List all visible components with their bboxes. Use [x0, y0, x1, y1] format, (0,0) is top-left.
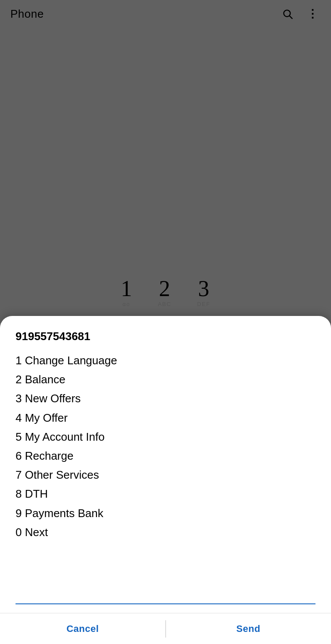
menu-item: 8 DTH [16, 484, 315, 503]
menu-item: 4 My Offer [16, 408, 315, 427]
dialpad-key-1[interactable]: 1 αo [121, 278, 132, 307]
dialpad-letters-2: ABC [158, 301, 171, 307]
app-title: Phone [10, 7, 44, 21]
dtmf-input[interactable] [16, 585, 315, 604]
input-area [0, 585, 331, 613]
search-button[interactable] [280, 6, 295, 21]
dialpad-letters-3: DEF [197, 301, 210, 307]
menu-item: 1 Change Language [16, 351, 315, 370]
dialpad-letters-1: αo [122, 301, 130, 307]
menu-list: 1 Change Language2 Balance3 New Offers4 … [16, 351, 315, 542]
dialpad-key-3[interactable]: 3 DEF [197, 278, 210, 307]
menu-item: 0 Next [16, 523, 315, 542]
cancel-button[interactable]: Cancel [0, 613, 166, 644]
dialpad-key-2[interactable]: 2 ABC [158, 278, 171, 307]
menu-item: 2 Balance [16, 370, 315, 389]
dialpad-number-1: 1 [121, 278, 132, 300]
menu-item: 7 Other Services [16, 465, 315, 484]
dialog-sheet: 919557543681 1 Change Language2 Balance3… [0, 316, 331, 644]
send-button[interactable]: Send [166, 613, 331, 644]
menu-item: 5 My Account Info [16, 427, 315, 446]
svg-line-1 [290, 16, 292, 19]
menu-item: 6 Recharge [16, 446, 315, 465]
top-bar-actions: ⋮ [280, 6, 321, 21]
vertical-dots-icon: ⋮ [307, 8, 319, 19]
menu-item: 3 New Offers [16, 389, 315, 408]
top-bar: Phone ⋮ [0, 0, 331, 28]
search-icon [282, 8, 293, 19]
dialpad-area: 1 αo 2 ABC 3 DEF [0, 269, 331, 320]
menu-item: 9 Payments Bank [16, 504, 315, 523]
more-options-button[interactable]: ⋮ [305, 6, 321, 21]
dialog-content: 919557543681 1 Change Language2 Balance3… [0, 316, 331, 585]
dialog-actions: Cancel Send [0, 613, 331, 644]
dialpad-number-3: 3 [198, 278, 209, 300]
phone-number: 919557543681 [16, 330, 315, 343]
dialpad-number-2: 2 [159, 278, 170, 300]
